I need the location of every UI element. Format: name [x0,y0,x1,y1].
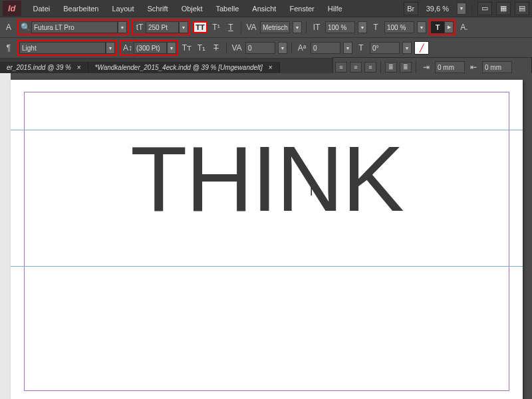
indent-left-field[interactable]: 0 mm [435,61,465,73]
baseline-field[interactable]: 0 [311,42,340,54]
menu-datei[interactable]: Datei [27,2,57,15]
align-right-icon[interactable]: ≡ [364,62,376,72]
zoom-dropdown[interactable]: ▼ [457,3,466,15]
menubar: Id Datei Bearbeiten Layout Schrift Objek… [0,0,532,17]
justify-left-icon[interactable]: ≣ [385,62,397,72]
vertical-ruler[interactable] [0,73,11,399]
align-left-icon[interactable]: ≡ [335,62,347,72]
text-frame-content[interactable]: THINK [11,125,523,233]
menu-schrift[interactable]: Schrift [141,2,175,15]
vscale-dropdown[interactable]: ▼ [417,21,426,33]
menu-layout[interactable]: Layout [105,2,140,15]
baseline-icon: Aª [296,42,308,54]
skew-dropdown[interactable]: ▼ [402,42,412,54]
tab-label: er_2015.indd @ 39 % [7,64,71,71]
subscript-icon[interactable]: T₁ [196,42,207,54]
vscale-field[interactable]: 100 % [384,21,414,33]
control-bar-row2: ¶ Light ▼ A↕ (300 Pt) ▼ Tᴛ T₁ T VA 0 ▼ A… [0,38,532,59]
view-mode-icon[interactable]: ▭ [477,2,492,15]
indent-right-icon: ⇤ [467,61,479,73]
leading-field[interactable]: (300 Pt) [134,42,167,54]
font-style-dropdown[interactable]: ▼ [106,42,115,54]
tracking-icon: VA [231,42,243,54]
fill-dropdown[interactable]: ▶ [444,21,454,33]
none-swatch-icon[interactable]: ╱ [414,41,429,55]
char-style-icon[interactable]: A. [458,21,470,33]
menu-fenster[interactable]: Fenster [283,2,321,15]
kerning-field[interactable]: Metrisch [260,21,290,33]
tab-doc2[interactable]: *Wandkalender_2015_4eck.indd @ 39 % [Umg… [88,62,280,73]
canvas-area: THINK I [0,73,532,399]
hscale-dropdown[interactable]: ▼ [358,21,367,33]
skew-icon: T [355,42,367,54]
menu-bearbeiten[interactable]: Bearbeiten [57,2,105,15]
bridge-icon[interactable]: Br [404,2,418,15]
all-caps-button[interactable]: TT [193,21,207,33]
screen-mode-icon[interactable]: ▦ [496,2,511,15]
vscale-icon: T [370,21,382,33]
app-logo: Id [3,1,21,16]
font-family-field[interactable]: Futura LT Pro [31,21,118,33]
baseline-dropdown[interactable]: ▼ [343,42,352,54]
menu-hilfe[interactable]: Hilfe [321,2,349,15]
leading-dropdown[interactable]: ▼ [167,42,176,54]
text-cursor-icon: I [310,186,313,198]
indent-left-icon: ⇥ [420,61,432,73]
font-size-field[interactable]: 250 Pt [146,21,179,33]
character-mode-icon[interactable]: A [3,21,15,33]
leading-icon: A↕ [122,42,134,54]
paragraph-mode-icon[interactable]: ¶ [3,42,15,54]
zoom-level[interactable]: 39,6 % [422,5,453,13]
fill-text-icon[interactable]: T [431,21,444,33]
small-caps-icon[interactable]: Tᴛ [181,42,193,54]
strikethrough-icon[interactable]: T [210,42,222,54]
skew-field[interactable]: 0° [370,42,400,54]
indent-right-field[interactable]: 0 mm [482,61,512,73]
tracking-dropdown[interactable]: ▼ [278,42,287,54]
underline-icon[interactable]: T [225,21,237,33]
search-icon: 🔍 [19,21,31,33]
align-center-icon[interactable]: ≡ [350,62,362,72]
menu-ansicht[interactable]: Ansicht [245,2,283,15]
tab-doc1[interactable]: er_2015.indd @ 39 % × [0,62,88,73]
close-icon[interactable]: × [269,64,273,71]
justify-center-icon[interactable]: ≣ [400,62,412,72]
guide-line[interactable] [11,266,523,267]
document-page[interactable]: THINK I [11,80,523,399]
font-size-dropdown[interactable]: ▼ [179,21,188,33]
tab-label: *Wandkalender_2015_4eck.indd @ 39 % [Umg… [95,64,263,71]
font-size-icon: tT [134,21,146,33]
hscale-icon: IT [311,21,323,33]
kerning-icon: VA [245,21,257,33]
menu-tabelle[interactable]: Tabelle [209,2,245,15]
superscript-icon[interactable]: T¹ [210,21,222,33]
tracking-field[interactable]: 0 [245,42,275,54]
control-bar-row1: A 🔍 Futura LT Pro ▼ tT 250 Pt ▼ TT T¹ T … [0,17,532,38]
font-dropdown[interactable]: ▼ [118,21,127,33]
arrange-icon[interactable]: ▤ [515,2,529,15]
hscale-field[interactable]: 100 % [325,21,355,33]
font-style-field[interactable]: Light [19,42,106,54]
close-icon[interactable]: × [77,64,81,71]
kerning-dropdown[interactable]: ▼ [293,21,302,33]
menu-objekt[interactable]: Objekt [175,2,209,15]
